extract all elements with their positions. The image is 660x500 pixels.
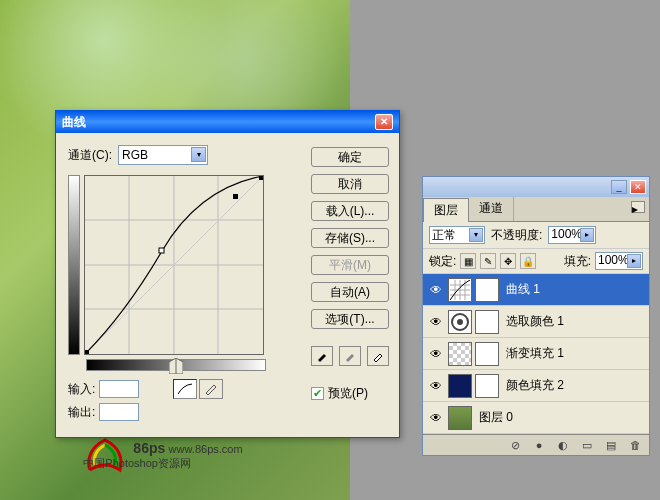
layer-row[interactable]: 👁 曲线 1 (423, 274, 649, 306)
layer-mask-thumb (475, 278, 499, 302)
chevron-down-icon[interactable]: ▾ (469, 228, 483, 242)
trash-icon[interactable]: 🗑 (627, 438, 643, 452)
layer-name: 渐变填充 1 (506, 345, 564, 362)
layer-name: 图层 0 (479, 409, 513, 426)
white-dropper-icon[interactable] (367, 346, 389, 366)
lock-brush-icon[interactable]: ✎ (480, 253, 496, 269)
cancel-button[interactable]: 取消 (311, 174, 389, 194)
lock-label: 锁定: (429, 253, 456, 270)
output-gradient (68, 175, 80, 355)
svg-rect-9 (233, 194, 238, 199)
layer-list: 👁 曲线 1 👁 选取颜色 1 👁 渐变填充 1 👁 颜色填充 2 👁 图层 (423, 274, 649, 434)
palette-titlebar[interactable]: _ ✕ (423, 177, 649, 197)
input-label: 输入: (68, 381, 95, 398)
smooth-button[interactable]: 平滑(M) (311, 255, 389, 275)
selcolor-thumb-icon (448, 310, 472, 334)
svg-rect-10 (259, 176, 263, 180)
options-button[interactable]: 选项(T)... (311, 309, 389, 329)
ok-button[interactable]: 确定 (311, 147, 389, 167)
palette-tabs: 图层 通道 ▸ (423, 197, 649, 222)
lock-move-icon[interactable]: ✥ (500, 253, 516, 269)
mask-icon[interactable]: ◐ (555, 438, 571, 452)
palette-menu-icon[interactable]: ▸ (631, 201, 645, 213)
gradient-handle[interactable] (169, 358, 183, 374)
layer-row[interactable]: 👁 渐变填充 1 (423, 338, 649, 370)
save-button[interactable]: 存储(S)... (311, 228, 389, 248)
new-layer-icon[interactable]: ▤ (603, 438, 619, 452)
visibility-icon[interactable]: 👁 (427, 281, 445, 299)
curves-dialog: 曲线 ✕ 通道(C): ▾ (55, 110, 400, 438)
fill-input[interactable]: 100% ▸ (595, 252, 643, 270)
watermark-tagline: 中国Photoshop资源网 (83, 456, 242, 471)
blend-mode-select[interactable]: 正常 ▾ (429, 226, 485, 244)
link-icon[interactable]: ⊘ (507, 438, 523, 452)
palette-footer: ⊘ ● ◐ ▭ ▤ 🗑 (423, 434, 649, 455)
lock-transparent-icon[interactable]: ▦ (460, 253, 476, 269)
visibility-icon[interactable]: 👁 (427, 377, 445, 395)
layer-row[interactable]: 👁 选取颜色 1 (423, 306, 649, 338)
layer-name: 曲线 1 (506, 281, 540, 298)
layers-palette: _ ✕ 图层 通道 ▸ 正常 ▾ 不透明度: 100% ▸ 锁定: ▦ ✎ ✥ … (422, 176, 650, 456)
close-icon[interactable]: ✕ (375, 114, 393, 130)
gradfill-thumb-icon (448, 342, 472, 366)
fx-icon[interactable]: ● (531, 438, 547, 452)
svg-point-19 (457, 319, 463, 325)
minimize-icon[interactable]: _ (611, 180, 627, 194)
black-dropper-icon[interactable] (311, 346, 333, 366)
layer-mask-thumb (475, 374, 499, 398)
svg-rect-7 (85, 350, 89, 354)
watermark-url: www.86ps.com (169, 443, 243, 455)
layer-mask-thumb (475, 310, 499, 334)
chevron-right-icon[interactable]: ▸ (627, 254, 641, 268)
layer-row[interactable]: 👁 图层 0 (423, 402, 649, 434)
tab-layers[interactable]: 图层 (423, 198, 469, 222)
gray-dropper-icon[interactable] (339, 346, 361, 366)
curve-graph[interactable] (84, 175, 264, 355)
colorfill-thumb-icon (448, 374, 472, 398)
chevron-down-icon[interactable]: ▾ (191, 147, 206, 162)
preview-checkbox[interactable]: ✔ (311, 387, 324, 400)
watermark-brand: 86ps (133, 440, 165, 456)
curves-thumb-icon (448, 278, 472, 302)
curve-pencil-tool[interactable] (199, 379, 223, 399)
svg-rect-8 (159, 248, 164, 253)
curves-titlebar[interactable]: 曲线 ✕ (56, 111, 399, 133)
opacity-input[interactable]: 100% ▸ (548, 226, 596, 244)
fill-label: 填充: (564, 253, 591, 270)
visibility-icon[interactable]: 👁 (427, 409, 445, 427)
layer-row[interactable]: 👁 颜色填充 2 (423, 370, 649, 402)
output-label: 输出: (68, 404, 95, 421)
channel-label: 通道(C): (68, 147, 112, 164)
palette-close-icon[interactable]: ✕ (630, 180, 646, 194)
input-gradient (86, 359, 266, 371)
visibility-icon[interactable]: 👁 (427, 345, 445, 363)
opacity-label: 不透明度: (491, 227, 542, 244)
chevron-right-icon[interactable]: ▸ (580, 228, 594, 242)
lock-all-icon[interactable]: 🔒 (520, 253, 536, 269)
input-value[interactable] (99, 380, 139, 398)
image-thumb-icon (448, 406, 472, 430)
preview-label: 预览(P) (328, 385, 368, 402)
folder-icon[interactable]: ▭ (579, 438, 595, 452)
output-value[interactable] (99, 403, 139, 421)
curve-point-tool[interactable] (173, 379, 197, 399)
load-button[interactable]: 载入(L)... (311, 201, 389, 221)
layer-name: 颜色填充 2 (506, 377, 564, 394)
visibility-icon[interactable]: 👁 (427, 313, 445, 331)
curves-title: 曲线 (62, 114, 86, 131)
auto-button[interactable]: 自动(A) (311, 282, 389, 302)
tab-channels[interactable]: 通道 (469, 197, 514, 221)
layer-name: 选取颜色 1 (506, 313, 564, 330)
layer-mask-thumb (475, 342, 499, 366)
